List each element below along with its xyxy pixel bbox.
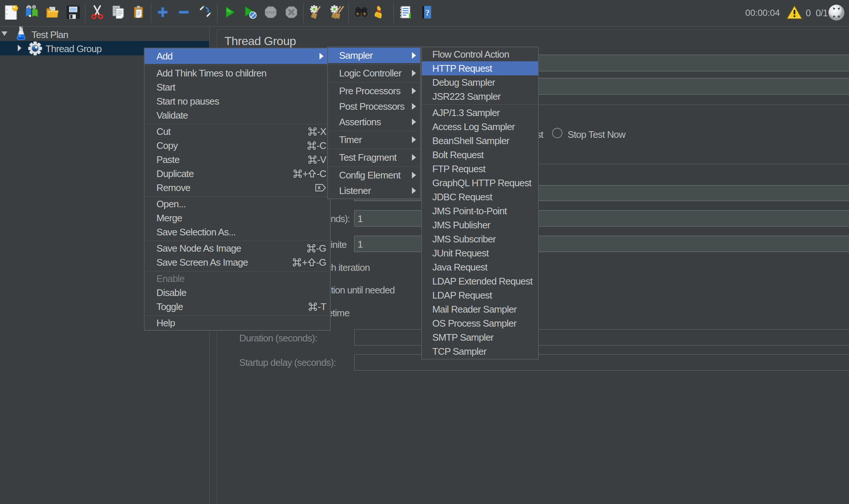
svg-text:STOP: STOP	[266, 11, 275, 14]
svg-text:?: ?	[425, 8, 430, 17]
